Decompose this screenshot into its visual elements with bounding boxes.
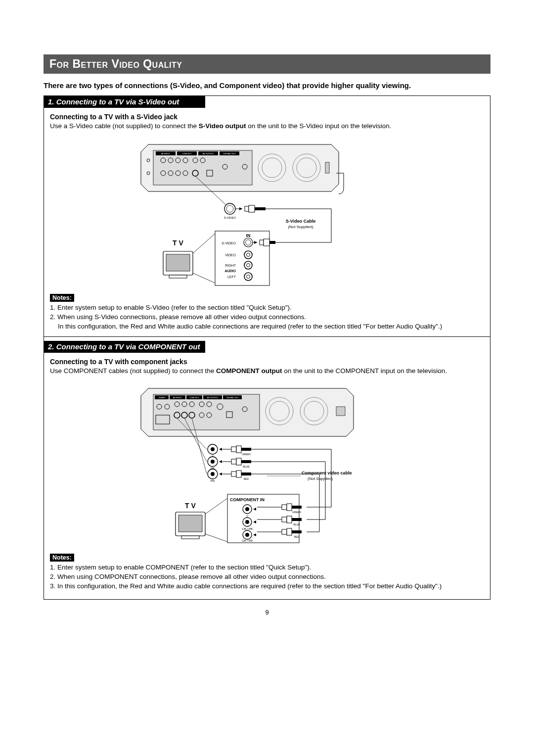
svg-text:PR: PR bbox=[211, 479, 215, 482]
svg-rect-29 bbox=[325, 162, 329, 173]
svg-text:CB / PB: CB / PB bbox=[242, 527, 252, 530]
svg-rect-154 bbox=[282, 505, 287, 510]
svg-text:S-Video Cable: S-Video Cable bbox=[286, 219, 315, 224]
content-box: 1. Connecting to a TV via S-Video out Co… bbox=[44, 95, 490, 600]
svg-rect-122 bbox=[236, 458, 241, 465]
svg-text:RED: RED bbox=[294, 535, 300, 538]
svg-rect-0 bbox=[153, 150, 252, 185]
svg-rect-156 bbox=[292, 506, 302, 509]
svg-text:Y: Y bbox=[246, 515, 248, 518]
svg-text:AV OUTPUT: AV OUTPUT bbox=[203, 152, 214, 155]
section-heading-component: 2. Connecting to a TV via COMPONENT out bbox=[44, 341, 205, 353]
svg-text:Component video cable: Component video cable bbox=[302, 471, 352, 475]
body-post: on the unit to the S-Video input on the … bbox=[246, 122, 391, 130]
unit-icon: AV INPUT COM OUT AV OUTPUT DIGITAL OUT bbox=[141, 144, 344, 194]
svg-point-108 bbox=[211, 460, 215, 464]
svg-rect-63 bbox=[260, 240, 264, 245]
page-number: 9 bbox=[44, 609, 490, 616]
note-item: 1. Enter system setup to enable COMPONEN… bbox=[50, 563, 484, 572]
svg-line-47 bbox=[193, 273, 215, 283]
svg-line-46 bbox=[193, 234, 215, 253]
body-bold: S-Video output bbox=[199, 122, 246, 130]
svg-rect-116 bbox=[231, 447, 236, 452]
body-pre: Use a S-Video cable (not supplied) to co… bbox=[50, 122, 199, 130]
note-item: 1. Enter system setup to enable S-Video … bbox=[50, 303, 484, 313]
svg-text:BLUE: BLUE bbox=[293, 523, 300, 526]
svg-rect-65 bbox=[269, 241, 275, 244]
svg-text:COM OUT: COM OUT bbox=[190, 396, 199, 399]
notes-list-1: 1. Enter system setup to enable S-Video … bbox=[50, 303, 484, 331]
tv-icon: T V bbox=[163, 239, 193, 278]
svg-text:T V: T V bbox=[185, 502, 196, 510]
svg-rect-155 bbox=[287, 504, 292, 511]
body-bold: COMPONENT output bbox=[216, 367, 282, 375]
page-title: For Better Video Quality bbox=[44, 54, 490, 74]
jack-pr: PR bbox=[208, 469, 218, 482]
svg-text:S-VIDEO: S-VIDEO bbox=[224, 216, 236, 219]
svg-text:DIGITAL OUT: DIGITAL OUT bbox=[226, 396, 239, 399]
svg-text:GREEN: GREEN bbox=[292, 511, 301, 514]
svg-marker-115 bbox=[219, 472, 222, 475]
jack-y: Y bbox=[208, 444, 218, 458]
svg-rect-137 bbox=[181, 536, 199, 539]
svg-rect-48 bbox=[215, 231, 269, 285]
svg-text:LEFT: LEFT bbox=[227, 275, 236, 279]
svg-rect-166 bbox=[292, 530, 302, 533]
svg-point-33 bbox=[224, 203, 235, 214]
note-item: In this configuration, the Red and White… bbox=[50, 322, 484, 331]
svg-rect-160 bbox=[287, 516, 292, 523]
svg-text:S-VIDEO: S-VIDEO bbox=[222, 241, 236, 245]
svg-rect-36 bbox=[245, 206, 249, 211]
svg-rect-128 bbox=[241, 472, 251, 475]
svg-text:COMPONENT IN: COMPONENT IN bbox=[230, 497, 265, 502]
svg-point-143 bbox=[245, 507, 249, 511]
svg-text:VIDEO: VIDEO bbox=[225, 253, 236, 257]
note-item: 3. In this configuration, the Red and Wh… bbox=[50, 582, 484, 591]
svg-text:(Not Supplied): (Not Supplied) bbox=[288, 225, 313, 229]
svg-text:AV INPUT: AV INPUT bbox=[161, 152, 171, 155]
divider bbox=[44, 336, 490, 337]
svg-rect-44 bbox=[166, 254, 190, 271]
manual-page: For Better Video Quality There are two t… bbox=[0, 0, 534, 636]
svg-rect-118 bbox=[241, 448, 251, 451]
svg-rect-37 bbox=[249, 205, 255, 212]
svg-rect-117 bbox=[236, 446, 241, 453]
svg-text:GREEN: GREEN bbox=[242, 453, 251, 456]
svg-rect-164 bbox=[282, 529, 287, 534]
body-post: on the unit to the COMPONENT input on th… bbox=[282, 367, 447, 375]
svg-rect-161 bbox=[292, 518, 302, 521]
svg-marker-113 bbox=[219, 448, 222, 451]
svg-rect-159 bbox=[282, 517, 287, 522]
svg-rect-64 bbox=[264, 239, 269, 246]
note-item: 2. When using COMPONENT connections, ple… bbox=[50, 572, 484, 582]
subheading-svideo: Connecting to a TV with a S-Video jack bbox=[50, 113, 484, 121]
svg-line-139 bbox=[205, 534, 227, 542]
note-item: 2. When using S-Video connections, pleas… bbox=[50, 313, 484, 322]
svg-text:IN: IN bbox=[246, 233, 251, 238]
svg-text:AV OUTPUT: AV OUTPUT bbox=[207, 396, 219, 399]
svg-text:TUNER: TUNER bbox=[158, 396, 165, 399]
tv-icon: T V bbox=[176, 502, 205, 539]
svg-text:DIGITAL OUT: DIGITAL OUT bbox=[223, 152, 236, 155]
svg-text:COM OUT: COM OUT bbox=[182, 152, 192, 155]
svg-point-151 bbox=[245, 533, 249, 537]
svg-text:CR / PR: CR / PR bbox=[242, 539, 253, 542]
svg-rect-136 bbox=[178, 515, 202, 532]
svg-point-105 bbox=[211, 447, 215, 451]
svg-marker-67 bbox=[239, 207, 242, 210]
notes-label-2: Notes: bbox=[50, 554, 74, 562]
svg-point-111 bbox=[211, 472, 215, 476]
body-component: Use COMPONENT cables (not supplied) to c… bbox=[50, 367, 484, 376]
svg-rect-45 bbox=[169, 275, 187, 278]
svg-rect-38 bbox=[255, 207, 266, 210]
svg-rect-100 bbox=[336, 407, 345, 416]
svg-text:AUDIO: AUDIO bbox=[224, 269, 236, 273]
intro-text: There are two types of connections (S-Vi… bbox=[44, 81, 490, 91]
svg-point-51 bbox=[244, 238, 253, 247]
svg-text:AV INPUT: AV INPUT bbox=[173, 396, 182, 399]
svg-text:BLUE: BLUE bbox=[243, 465, 250, 468]
svg-rect-127 bbox=[236, 471, 241, 477]
section-heading-svideo: 1. Connecting to a TV via S-Video out bbox=[44, 96, 205, 108]
svg-text:RIGHT: RIGHT bbox=[225, 264, 236, 267]
svg-text:(Not Supplied): (Not Supplied) bbox=[308, 476, 333, 481]
